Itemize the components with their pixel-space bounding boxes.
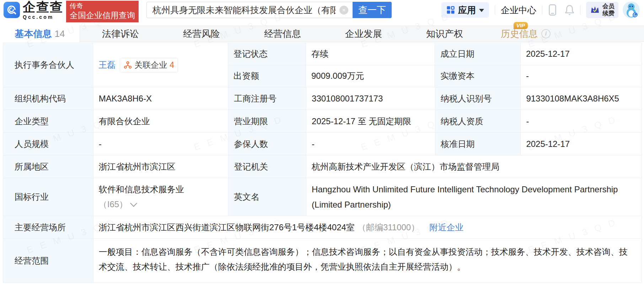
tabbar-filler bbox=[566, 26, 644, 42]
industry-code-row: （I65） bbox=[99, 197, 136, 212]
field-label-executive-partner: 执行事务合伙人 bbox=[3, 43, 93, 87]
field-value-english-name: Hangzhou With Unlimited Future Intellige… bbox=[306, 178, 642, 216]
tab-history-wrap: 历史信息 VIP bbox=[501, 28, 538, 40]
tab-operation-risk[interactable]: 经营风险 bbox=[161, 26, 242, 42]
mobile-app-icon[interactable] bbox=[549, 4, 556, 16]
vip-badge: VIP bbox=[514, 22, 528, 29]
penguin-mascot-icon bbox=[623, 1, 640, 18]
tab-basic-info[interactable]: 基本信息 14 bbox=[0, 26, 80, 42]
table-row: 人员规模 - 参保人数 - 核准日期 2025-12-17 bbox=[3, 133, 642, 155]
tab-history-info[interactable]: 历史信息 VIP i bbox=[485, 26, 566, 42]
field-value-business-reg-no: 330108001737173 bbox=[306, 87, 435, 110]
table-row: 执行事务合伙人 王磊 关联企业 4 登记状态 存续 bbox=[3, 43, 642, 87]
field-label-contribution-amount: 出资额 bbox=[228, 65, 306, 88]
tab-legal-litigation[interactable]: 法律诉讼 bbox=[80, 26, 161, 42]
field-label-taxpayer-qualification: 纳税人资质 bbox=[435, 110, 521, 133]
tab-bar: 基本信息 14 法律诉讼 经营风险 经营信息 企业发展 知识产权 历史信息 VI… bbox=[0, 26, 644, 42]
promo-line2: 全国企业信用查询 bbox=[70, 10, 135, 21]
industry-name: 软件和信息技术服务业 bbox=[99, 182, 184, 197]
field-value-approval-date: 2025-12-17 bbox=[521, 133, 642, 155]
enterprise-center-link[interactable]: 企业中心 bbox=[501, 4, 536, 16]
crown-icon bbox=[590, 5, 600, 15]
field-label-staff-size: 人员规模 bbox=[3, 133, 93, 155]
field-value-taxpayer-id: 91330108MAK3A8H6X5 bbox=[521, 87, 642, 110]
field-value-contribution-amount: 9009.009万元 bbox=[306, 65, 435, 88]
field-value-business-term: 2025-12-17 至 无固定期限 bbox=[306, 110, 435, 133]
table-row: 经营范围 一般项目：信息咨询服务（不含许可类信息咨询服务）；信息技术咨询服务；以… bbox=[3, 239, 642, 283]
field-label-registration-authority: 登记机关 bbox=[229, 155, 306, 178]
clear-icon[interactable]: × bbox=[339, 6, 348, 15]
field-label-paid-in-capital: 实缴资本 bbox=[435, 65, 521, 88]
divider bbox=[495, 5, 495, 15]
related-companies-label: 关联企业 bbox=[134, 60, 167, 71]
tab-label: 知识产权 bbox=[426, 28, 463, 40]
avatar[interactable] bbox=[623, 1, 640, 18]
search-button[interactable]: 查一下 bbox=[353, 2, 392, 18]
field-label-region: 所属地区 bbox=[3, 155, 93, 178]
field-value-registration-authority: 杭州高新技术产业开发区（滨江）市场监督管理局 bbox=[306, 155, 642, 178]
field-value-org-code: MAK3A8H6-X bbox=[93, 87, 229, 110]
notifications-button[interactable] bbox=[565, 5, 574, 15]
tab-label: 企业发展 bbox=[345, 28, 382, 40]
tab-label: 法律诉讼 bbox=[102, 28, 139, 40]
field-label-establish-date: 成立日期 bbox=[435, 43, 521, 65]
tab-basic-info-label: 基本信息 bbox=[15, 28, 52, 40]
org-network-icon bbox=[124, 61, 132, 69]
tab-intellectual-property[interactable]: 知识产权 bbox=[404, 26, 485, 42]
nearby-companies-link[interactable]: 附近企业 bbox=[429, 222, 463, 233]
header-right: 应用 企业中心 bbox=[441, 1, 640, 18]
qcc-logo-icon[interactable] bbox=[4, 2, 20, 18]
brand-name: 企查查 bbox=[23, 1, 63, 13]
table-row: 主要经营场所 浙江省杭州市滨江区西兴街道滨江区物联网街276号1号楼4楼4024… bbox=[3, 216, 642, 239]
chevron-down-icon bbox=[479, 9, 484, 12]
tab-company-development[interactable]: 企业发展 bbox=[323, 26, 404, 42]
tab-label: 经营风险 bbox=[183, 28, 220, 40]
field-value-registration-status: 存续 bbox=[306, 43, 435, 65]
vip-renew-button[interactable]: 会员 续费 bbox=[586, 2, 618, 18]
apps-button[interactable]: 应用 bbox=[441, 2, 489, 18]
field-label-registration-status: 登记状态 bbox=[228, 43, 306, 65]
related-companies-count: 4 bbox=[170, 60, 174, 70]
field-label-taxpayer-id: 纳税人识别号 bbox=[435, 87, 521, 110]
table-row: 所属地区 浙江省杭州市滨江区 登记机关 杭州高新技术产业开发区（滨江）市场监督管… bbox=[3, 155, 642, 178]
qcc-swirl-icon bbox=[6, 4, 18, 16]
field-value-region: 浙江省杭州市滨江区 bbox=[93, 155, 229, 178]
field-label-org-code: 组织机构代码 bbox=[3, 87, 93, 110]
field-label-company-type: 企业类型 bbox=[3, 110, 93, 133]
field-label-business-reg-no: 工商注册号 bbox=[229, 87, 306, 110]
industry-code: （I65） bbox=[99, 197, 128, 212]
apps-label: 应用 bbox=[458, 4, 476, 16]
related-companies-badge[interactable]: 关联企业 4 bbox=[120, 58, 178, 72]
field-label-insured-count: 参保人数 bbox=[229, 133, 306, 155]
row1-right-grid: 登记状态 存续 成立日期 2025-12-17 出资额 9009.009万元 实… bbox=[228, 43, 642, 87]
table-row: 国标行业 软件和信息技术服务业 （I65） 英文名 Hangzhou With … bbox=[3, 178, 642, 216]
field-label-business-term: 营业期限 bbox=[229, 110, 306, 133]
field-value-staff-size: - bbox=[93, 133, 229, 155]
field-value-company-type: 有限合伙企业 bbox=[93, 110, 229, 133]
basic-info-table: 执行事务合伙人 王磊 关联企业 4 登记状态 存续 bbox=[3, 43, 642, 283]
brand-domain: Qcc.com bbox=[23, 15, 63, 20]
header: 企查查 Qcc.com 传奇 全国企业信用查询 × 查一下 应用 bbox=[0, 0, 644, 20]
tab-operation-info[interactable]: 经营信息 bbox=[242, 26, 323, 42]
brand-block[interactable]: 企查查 Qcc.com bbox=[23, 1, 63, 20]
postal-code: （邮编311000） bbox=[358, 222, 419, 233]
search-input[interactable] bbox=[146, 2, 353, 18]
field-value-taxpayer-qualification: - bbox=[521, 110, 642, 133]
industry-expand-chevron-icon[interactable] bbox=[130, 200, 137, 207]
field-value-establish-date: 2025-12-17 bbox=[521, 43, 642, 65]
partner-link[interactable]: 王磊 bbox=[98, 59, 116, 71]
field-value-insured-count: - bbox=[306, 133, 435, 155]
field-label-main-business-place: 主要经营场所 bbox=[3, 216, 93, 239]
grid-icon bbox=[446, 6, 455, 14]
info-icon[interactable]: i bbox=[541, 29, 551, 38]
field-label-approval-date: 核准日期 bbox=[435, 133, 521, 155]
field-label-english-name: 英文名 bbox=[229, 178, 306, 216]
table-row: 组织机构代码 MAK3A8H6-X 工商注册号 330108001737173 … bbox=[3, 87, 642, 110]
field-label-national-industry: 国标行业 bbox=[3, 178, 93, 216]
field-value-national-industry: 软件和信息技术服务业 （I65） bbox=[93, 178, 229, 216]
divider bbox=[542, 5, 542, 15]
divider bbox=[580, 5, 580, 15]
tab-label: 经营信息 bbox=[264, 28, 301, 40]
field-label-business-scope: 经营范围 bbox=[3, 239, 93, 283]
tab-history-label: 历史信息 bbox=[501, 28, 538, 40]
